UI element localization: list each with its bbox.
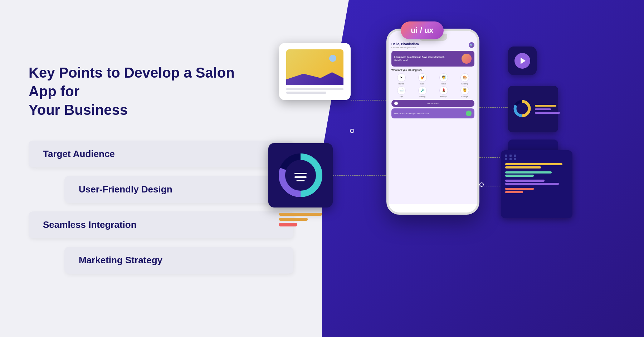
image-card bbox=[279, 43, 351, 100]
phone-subtitle: Find the service you want bbox=[391, 47, 419, 49]
phone-services-grid-bottom: 🛁 Spa 🪒 Waxing 💄 Makeup 💆 Massage bbox=[391, 86, 474, 98]
phone-greeting: Hello, Phanindhra bbox=[391, 42, 419, 47]
service-spa: 🛁 Spa bbox=[391, 86, 411, 98]
title-line1: Key Points to Develop a Salon App for bbox=[29, 65, 235, 99]
phone-section-title: What are you looking for? bbox=[391, 69, 474, 71]
service-massage: 💆 Massage bbox=[455, 86, 474, 98]
banner-image bbox=[462, 54, 472, 64]
service-nails: 💅 Nails bbox=[413, 73, 432, 85]
service-makeup: 💄 Makeup bbox=[434, 86, 453, 98]
phone-all-services[interactable]: All Services bbox=[391, 100, 474, 107]
service-facial: 🧖 Facial bbox=[434, 73, 453, 85]
phone-screen: Hello, Phanindhra Find the service you w… bbox=[389, 31, 477, 204]
service-haircut: ✂ Haircut bbox=[391, 73, 411, 85]
page-title: Key Points to Develop a Salon App for Yo… bbox=[29, 63, 243, 119]
phone-services-grid-top: ✂ Haircut 💅 Nails 🧖 Facial 🎨 Coloring bbox=[391, 73, 474, 85]
service-coloring: 🎨 Coloring bbox=[455, 73, 474, 85]
play-button-card bbox=[508, 47, 537, 75]
phone-mockup: Hello, Phanindhra Find the service you w… bbox=[386, 29, 479, 215]
play-circle[interactable] bbox=[514, 53, 530, 69]
donut-lines bbox=[279, 213, 322, 226]
analytics-card-right bbox=[508, 86, 558, 132]
conn-dot-1 bbox=[350, 129, 354, 133]
uiux-badge: ui / ux bbox=[401, 21, 444, 39]
conn-dot-4 bbox=[479, 182, 484, 187]
donut-chart-card bbox=[268, 143, 333, 207]
image-card-lines bbox=[286, 88, 343, 94]
phone-area: ui / ux Hello, Phanindhra Find the servi… bbox=[250, 0, 644, 337]
phone-header: Hello, Phanindhra Find the service you w… bbox=[391, 42, 474, 49]
search-icon[interactable]: 🔍 bbox=[469, 42, 474, 48]
main-container: Key Points to Develop a Salon App for Yo… bbox=[0, 0, 644, 337]
play-icon bbox=[521, 58, 526, 64]
donut-chart-svg bbox=[277, 152, 324, 199]
stats-card bbox=[501, 150, 572, 218]
banner-cta: Get offer now! bbox=[394, 59, 445, 61]
image-placeholder bbox=[286, 49, 343, 85]
title-line2: Your Business bbox=[29, 102, 128, 118]
phone-promo: Use BEAUTY20 to get 50% discount bbox=[391, 108, 474, 118]
phone-banner: Look more beautiful and Save more discou… bbox=[391, 51, 474, 67]
service-waxing: 🪒 Waxing bbox=[413, 86, 432, 98]
